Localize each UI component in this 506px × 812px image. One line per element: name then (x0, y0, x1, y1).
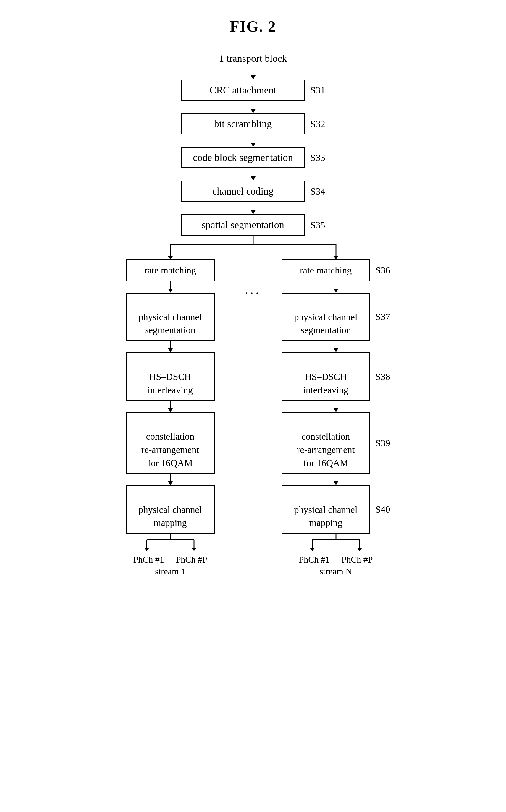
box-row-left-phmap: physical channel mapping (126, 485, 215, 534)
step-s33: S33 (311, 152, 325, 163)
box-row-s34: channel coding S34 (181, 181, 325, 202)
split-svg (120, 235, 386, 259)
left-output-row: PhCh #1 PhCh #P (133, 554, 207, 565)
box-channel-coding: channel coding (181, 181, 305, 202)
left-branch: rate matching physical channel segmentat… (120, 259, 221, 577)
step-s37: S37 (375, 311, 390, 322)
box-left-constellation: constellation re-arrangement for 16QAM (126, 412, 215, 474)
step-s40: S40 (375, 504, 390, 515)
svg-marker-16 (310, 548, 315, 551)
step-s34: S34 (311, 186, 325, 197)
box-row-right-const: constellation re-arrangement for 16QAM S… (281, 412, 390, 474)
left-out1: PhCh #1 (133, 554, 164, 565)
svg-marker-4 (168, 256, 173, 259)
dots: ... (245, 277, 261, 297)
box-left-phch-map: physical channel mapping (126, 485, 215, 534)
box-row-right-hsdsch: HS–DSCH interleaving S38 (281, 352, 390, 401)
box-left-hsdsch: HS–DSCH interleaving (126, 352, 215, 401)
arrow-s31 (251, 67, 256, 80)
arrow-head (251, 75, 256, 80)
right-out2: PhCh #P (342, 554, 373, 565)
right-stream: stream N (320, 567, 352, 577)
right-output-row: PhCh #1 PhCh #P (299, 554, 372, 565)
arrow-s32 (251, 101, 256, 113)
step-s36: S36 (375, 265, 390, 276)
arrow-s35 (251, 202, 256, 214)
box-bit-scrambling: bit scrambling (181, 113, 305, 134)
arrow-line (253, 67, 253, 75)
box-left-phch-seg: physical channel segmentation (126, 293, 215, 341)
arrow-s33 (251, 134, 256, 147)
diagram: 1 transport block CRC attachment S31 bit… (24, 53, 482, 577)
box-row-left-phseg: physical channel segmentation (126, 293, 215, 341)
box-right-constellation: constellation re-arrangement for 16QAM (281, 412, 370, 474)
box-row-right-rate: rate matching S36 (281, 259, 390, 281)
box-right-hsdsch: HS–DSCH interleaving (281, 352, 370, 401)
right-output-svg (291, 534, 380, 551)
box-row-left-const: constellation re-arrangement for 16QAM (126, 412, 215, 474)
step-s39: S39 (375, 438, 390, 449)
box-right-rate-matching: rate matching (281, 259, 370, 281)
svg-marker-5 (334, 256, 338, 259)
arrow-s34 (251, 168, 256, 181)
box-row-left-hsdsch: HS–DSCH interleaving (126, 352, 215, 401)
right-branch: rate matching S36 physical channel segme… (286, 259, 386, 577)
step-s32: S32 (311, 118, 325, 129)
box-row-s33: code block segmentation S33 (181, 147, 325, 168)
right-out1: PhCh #1 (299, 554, 329, 565)
left-output-svg (126, 534, 215, 551)
box-spatial-seg: spatial segmentation (181, 214, 305, 235)
left-out2: PhCh #P (176, 554, 207, 565)
svg-marker-10 (144, 548, 149, 551)
box-crc: CRC attachment (181, 80, 305, 101)
svg-marker-17 (357, 548, 362, 551)
fig-title: FIG. 2 (24, 18, 482, 35)
box-row-right-phmap: physical channel mapping S40 (281, 485, 390, 534)
box-row-s32: bit scrambling S32 (181, 113, 325, 134)
box-right-phch-seg: physical channel segmentation (281, 293, 370, 341)
step-s35: S35 (311, 220, 325, 230)
box-code-block: code block segmentation (181, 147, 305, 168)
box-left-rate-matching: rate matching (126, 259, 215, 281)
box-row-right-phseg: physical channel segmentation S37 (281, 293, 390, 341)
box-row-s31: CRC attachment S31 (181, 80, 325, 101)
box-right-phch-map: physical channel mapping (281, 485, 370, 534)
step-s38: S38 (375, 371, 390, 382)
transport-label: 1 transport block (219, 53, 287, 64)
svg-marker-11 (192, 548, 196, 551)
box-row-s35: spatial segmentation S35 (181, 214, 325, 235)
step-s31: S31 (311, 85, 325, 96)
dots-container: ... (221, 259, 286, 297)
left-stream: stream 1 (155, 567, 185, 577)
page: FIG. 2 1 transport block CRC attachment … (0, 0, 506, 812)
box-row-left-rate: rate matching (126, 259, 215, 281)
